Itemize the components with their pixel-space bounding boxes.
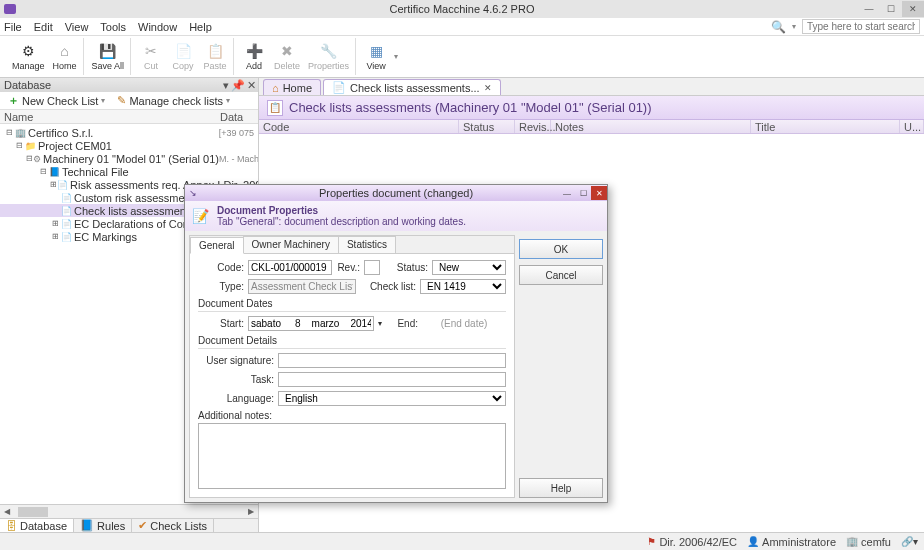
grid-col-notes[interactable]: Notes [551, 120, 751, 133]
content-title: Check lists assessments (Machinery 01 "M… [289, 100, 652, 115]
menu-edit[interactable]: Edit [34, 21, 53, 33]
calendar-dropdown-icon[interactable]: ▾ [378, 319, 382, 328]
delete-button[interactable]: ✖Delete [272, 37, 302, 75]
status-user: Amministratore [762, 536, 836, 548]
home-tab-icon: ⌂ [272, 82, 279, 94]
tab-checklists-doc[interactable]: 📄Check lists assessments...✕ [323, 79, 501, 95]
status-select[interactable]: New [432, 260, 506, 275]
disk-stack-icon: 💾 [99, 42, 117, 60]
grid-col-title[interactable]: Title [751, 120, 900, 133]
search-dropdown-icon[interactable]: ▾ [792, 22, 796, 31]
paste-icon: 📋 [206, 42, 224, 60]
checklist-select[interactable]: EN 1419 [420, 279, 506, 294]
view-dropdown-icon[interactable]: ▾ [394, 52, 398, 61]
properties-dialog: ↘ Properties document (changed) — ☐ ✕ 📝 … [184, 184, 608, 503]
grid-col-status[interactable]: Status [459, 120, 515, 133]
properties-button[interactable]: 🔧Properties [306, 37, 351, 75]
dialog-maximize-button[interactable]: ☐ [575, 186, 591, 200]
lbl-start: Start: [198, 318, 244, 329]
menu-file[interactable]: File [4, 21, 22, 33]
tree-row-project[interactable]: ⊟📁Project CEM01 [0, 139, 258, 152]
menu-tools[interactable]: Tools [100, 21, 126, 33]
tree-row-company[interactable]: ⊟🏢Certifico S.r.l.[+39 075 [0, 126, 258, 139]
bottom-tab-checklists[interactable]: ✔Check Lists [132, 519, 214, 532]
type-field [248, 279, 356, 294]
task-field[interactable] [278, 372, 506, 387]
tab-general[interactable]: General [190, 237, 244, 254]
manage-button[interactable]: ⚙Manage [10, 37, 47, 75]
tree-col-name[interactable]: Name [0, 111, 220, 123]
search-icon[interactable]: 🔍 [771, 20, 786, 34]
ok-button[interactable]: OK [519, 239, 603, 259]
database-panel-header: Database ▾ 📌 ✕ [0, 78, 258, 92]
tree-row-technical-file[interactable]: ⊟📘Technical File [0, 165, 258, 178]
grid-col-u[interactable]: U... [900, 120, 924, 133]
close-button[interactable]: ✕ [902, 1, 924, 17]
add-button[interactable]: ➕Add [240, 37, 268, 75]
user-icon: 👤 [747, 536, 759, 547]
menu-window[interactable]: Window [138, 21, 177, 33]
app-title: Certifico Macchine 4.6.2 PRO [390, 3, 535, 15]
grid-col-revis[interactable]: Revis... [515, 120, 551, 133]
panel-dropdown-icon[interactable]: ▾ [223, 79, 229, 92]
network-icon[interactable]: 🔗▾ [901, 536, 918, 547]
dialog-close-button[interactable]: ✕ [591, 186, 607, 200]
code-field[interactable] [248, 260, 332, 275]
tree-row-machinery[interactable]: ⊟⚙Machinery 01 "Model 01" (Serial 01)M. … [0, 152, 258, 165]
doc-icon: 📄 [60, 193, 72, 203]
lbl-rev: Rev.: [336, 262, 360, 273]
help-button[interactable]: Help [519, 478, 603, 498]
lbl-task: Task: [198, 374, 274, 385]
doc-icon: 📄 [60, 206, 72, 216]
start-date-field[interactable] [248, 316, 374, 331]
signature-field[interactable] [278, 353, 506, 368]
lbl-checklist: Check list: [366, 281, 416, 292]
tree-hscroll[interactable]: ◀▶ [0, 504, 258, 518]
home-button[interactable]: ⌂Home [51, 37, 79, 75]
statusbar: ⚑Dir. 2006/42/EC 👤Amministratore 🏢cemfu … [0, 532, 924, 550]
doc-tab-icon: 📄 [332, 81, 346, 94]
save-all-button[interactable]: 💾Save All [90, 37, 127, 75]
maximize-button[interactable]: ☐ [880, 1, 902, 17]
bottom-tab-rules[interactable]: 📘Rules [74, 519, 132, 532]
dialog-icon: ↘ [189, 188, 197, 198]
paste-button[interactable]: 📋Paste [201, 37, 229, 75]
status-dir: Dir. 2006/42/EC [659, 536, 737, 548]
panel-close-icon[interactable]: ✕ [247, 79, 256, 92]
cut-button[interactable]: ✂Cut [137, 37, 165, 75]
grid-icon: ▦ [367, 42, 385, 60]
doc-icon: 📄 [57, 180, 68, 190]
view-button[interactable]: ▦View [362, 37, 390, 75]
cancel-button[interactable]: Cancel [519, 265, 603, 285]
section-dates: Document Dates [198, 298, 506, 312]
tree-col-data[interactable]: Data [220, 111, 258, 123]
tab-owner-machinery[interactable]: Owner Machinery [243, 236, 339, 253]
tab-close-icon[interactable]: ✕ [484, 83, 492, 93]
dialog-minimize-button[interactable]: — [559, 186, 575, 200]
plus-circle-icon: ➕ [245, 42, 263, 60]
language-select[interactable]: English [278, 391, 506, 406]
manage-checklists-button[interactable]: ✎Manage check lists ▾ [113, 94, 234, 107]
rev-field[interactable] [364, 260, 380, 275]
db-icon: 🗄 [6, 520, 17, 532]
menu-help[interactable]: Help [189, 21, 212, 33]
grid-col-code[interactable]: Code [259, 120, 459, 133]
bottom-tab-database[interactable]: 🗄Database [0, 519, 74, 532]
database-panel-title: Database [4, 79, 51, 91]
tab-home[interactable]: ⌂Home [263, 79, 321, 95]
panel-pin-icon[interactable]: 📌 [231, 79, 245, 92]
copy-button[interactable]: 📄Copy [169, 37, 197, 75]
minimize-button[interactable]: — [858, 1, 880, 17]
pencil-icon: ✎ [117, 94, 126, 107]
properties-icon: 🔧 [320, 42, 338, 60]
lbl-type: Type: [198, 281, 244, 292]
search-input[interactable] [802, 19, 920, 34]
new-checklist-button[interactable]: ＋New Check List ▾ [4, 93, 109, 108]
doc-icon: 📄 [60, 219, 72, 229]
end-date-placeholder[interactable]: (End date) [422, 318, 506, 329]
notes-textarea[interactable] [198, 423, 506, 489]
menu-view[interactable]: View [65, 21, 89, 33]
lbl-language: Language: [198, 393, 274, 404]
tab-statistics[interactable]: Statistics [338, 236, 396, 253]
main-toolbar: ⚙Manage ⌂Home 💾Save All ✂Cut 📄Copy 📋Past… [0, 36, 924, 78]
